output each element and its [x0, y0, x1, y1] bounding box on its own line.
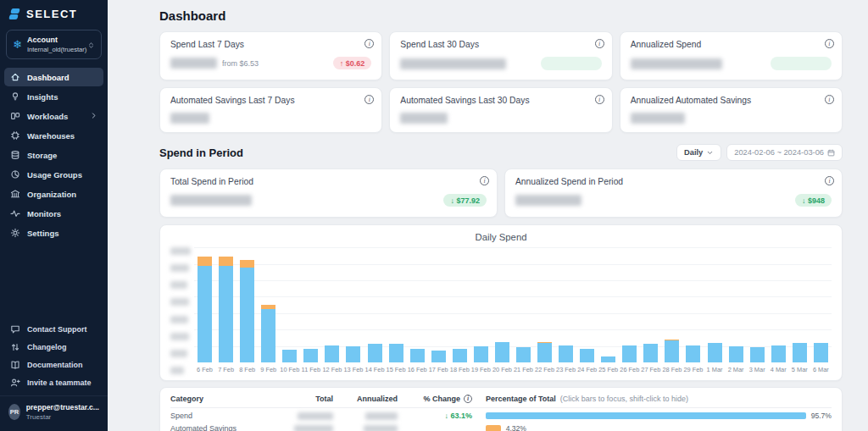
sidebar-item-monitors[interactable]: Monitors — [4, 204, 103, 223]
percentage-bar-automated-savings[interactable] — [486, 425, 501, 431]
bar-9-feb[interactable] — [258, 247, 279, 362]
bar-16-feb[interactable] — [407, 247, 428, 362]
info-icon[interactable] — [825, 176, 834, 185]
info-icon[interactable] — [595, 39, 604, 48]
section-title: Spend in Period — [159, 146, 243, 159]
bar-20-feb[interactable] — [492, 247, 513, 362]
bar-11-feb[interactable] — [300, 247, 321, 362]
x-tick-label: 7 Feb — [215, 366, 236, 373]
info-icon[interactable] — [825, 39, 834, 48]
percentage-label: 4.32% — [506, 424, 526, 431]
card-title: Automated Savings Last 30 Days — [400, 96, 601, 105]
bar-3-mar[interactable] — [747, 247, 768, 362]
redacted-y-tick — [170, 247, 191, 255]
bar-4-mar[interactable] — [768, 247, 789, 362]
info-icon[interactable] — [464, 395, 472, 403]
bar-23-feb[interactable] — [555, 247, 576, 362]
bar-25-feb[interactable] — [598, 247, 619, 362]
table-row-automated-savings[interactable]: Automated Savings 4.32% — [170, 421, 832, 431]
bar-7-feb[interactable] — [215, 247, 236, 362]
main-content: Dashboard Spend Last 7 Days from $6.53 ↑… — [108, 0, 868, 431]
nav-label: Insights — [27, 92, 58, 102]
bar-10-feb[interactable] — [279, 247, 300, 362]
col-header-annualized: Annualized — [333, 395, 398, 403]
percentage-bar-spend[interactable] — [486, 412, 806, 419]
bar-24-feb[interactable] — [576, 247, 598, 362]
x-tick-label: 19 Feb — [470, 366, 492, 373]
bar-27-feb[interactable] — [640, 247, 661, 362]
sidebar-item-invite-teammate[interactable]: Invite a teammate — [4, 374, 103, 391]
nav-label: Changelog — [27, 343, 67, 351]
bank-icon — [10, 189, 20, 199]
sidebar-item-insights[interactable]: Insights — [4, 87, 103, 106]
sidebar-item-storage[interactable]: Storage — [4, 146, 103, 164]
date-range-value: 2024-02-06 ~ 2024-03-06 — [734, 148, 824, 157]
info-icon[interactable] — [364, 95, 374, 104]
bar-1-mar[interactable] — [704, 247, 726, 362]
bar-29-feb[interactable] — [682, 247, 704, 362]
x-tick-label: 20 Feb — [492, 366, 513, 373]
x-tick-label: 14 Feb — [364, 366, 386, 373]
card-title: Spend Last 7 Days — [170, 40, 371, 49]
bar-22-feb[interactable] — [534, 247, 555, 362]
x-tick-label: 25 Feb — [598, 366, 619, 373]
x-tick-label: 26 Feb — [619, 366, 640, 373]
table-header-row: Category Total Annualized % Change Perce… — [170, 392, 832, 408]
bar-6-mar[interactable] — [810, 247, 832, 362]
x-tick-label: 17 Feb — [428, 366, 449, 373]
info-icon[interactable] — [480, 176, 489, 185]
user-menu[interactable]: PR prepper@truestar.c... Truestar — [0, 395, 108, 429]
sidebar-item-warehouses[interactable]: Warehouses — [4, 126, 103, 145]
bar-28-feb[interactable] — [661, 247, 682, 362]
bar-26-feb[interactable] — [619, 247, 640, 362]
bar-2-mar[interactable] — [726, 247, 747, 362]
sidebar-item-dashboard[interactable]: Dashboard — [4, 68, 103, 86]
bar-21-feb[interactable] — [513, 247, 534, 362]
date-range-picker[interactable]: 2024-02-06 ~ 2024-03-06 — [726, 144, 843, 161]
bar-17-feb[interactable] — [428, 247, 449, 362]
sidebar-item-documentation[interactable]: Documentation — [4, 356, 103, 373]
bar-14-feb[interactable] — [364, 247, 386, 362]
bar-13-feb[interactable] — [342, 247, 364, 362]
avatar: PR — [8, 404, 20, 420]
x-tick-label: 12 Feb — [321, 366, 342, 373]
info-icon[interactable] — [825, 95, 834, 104]
x-tick-label: 10 Feb — [279, 366, 300, 373]
bar-19-feb[interactable] — [470, 247, 492, 362]
x-tick-label: 24 Feb — [576, 366, 598, 373]
sidebar-item-workloads[interactable]: Workloads — [4, 107, 103, 125]
app-logo: SELECT — [0, 0, 108, 26]
bar-18-feb[interactable] — [449, 247, 470, 362]
redacted-y-tick — [170, 333, 189, 340]
bar-8-feb[interactable] — [236, 247, 258, 362]
sidebar-item-usage-groups[interactable]: Usage Groups — [4, 165, 103, 184]
x-tick-label: 8 Feb — [236, 366, 258, 373]
account-value: Internal_old(truestar) — [27, 46, 82, 53]
page-title: Dashboard — [159, 8, 843, 23]
bar-6-feb[interactable] — [194, 247, 215, 362]
info-icon[interactable] — [595, 95, 604, 104]
account-label: Account — [27, 36, 82, 44]
chip-icon — [10, 130, 20, 141]
sidebar-item-contact-support[interactable]: Contact Support — [4, 321, 103, 338]
card-spend-last-30-days: Spend Last 30 Days — [389, 31, 612, 80]
sidebar: SELECT ❄ Account Internal_old(truestar) … — [0, 0, 108, 431]
bar-5-mar[interactable] — [789, 247, 810, 362]
redacted-y-tick — [170, 298, 189, 306]
redacted-value — [400, 58, 506, 69]
bar-15-feb[interactable] — [386, 247, 407, 362]
nav-label: Organization — [27, 190, 76, 199]
sidebar-item-changelog[interactable]: Changelog — [4, 339, 103, 356]
table-row-spend[interactable]: Spend ↓ 63.1% 95.7% — [170, 408, 832, 421]
granularity-dropdown[interactable]: Daily — [676, 144, 721, 161]
info-icon[interactable] — [364, 39, 374, 48]
change-badge-positive: ↓ $77.92 — [443, 194, 487, 207]
x-tick-label: 2 Mar — [726, 366, 747, 373]
sidebar-footer: Contact Support Changelog Documentation … — [0, 321, 108, 431]
account-selector[interactable]: ❄ Account Internal_old(truestar) — [6, 30, 102, 59]
sidebar-item-settings[interactable]: Settings — [4, 224, 103, 242]
x-tick-label: 23 Feb — [555, 366, 576, 373]
sidebar-item-organization[interactable]: Organization — [4, 185, 103, 203]
percentage-hint: (Click bars to focus, shift-click to hid… — [560, 395, 688, 403]
bar-12-feb[interactable] — [321, 247, 342, 362]
